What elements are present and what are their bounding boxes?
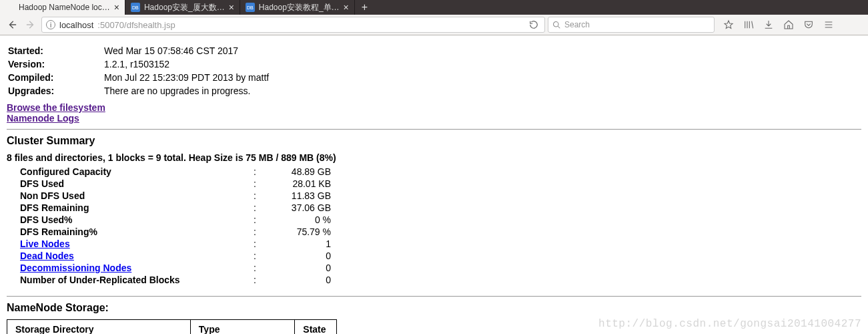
- arrow-left-icon: [7, 20, 17, 29]
- storage-header-dir: Storage Directory: [7, 320, 191, 335]
- compiled-value: Mon Jul 22 15:23:09 PDT 2013 by mattf: [104, 71, 269, 84]
- storage-header-state: State: [295, 320, 337, 335]
- cluster-stats-table: Configured Capacity:48.89 GBDFS Used:28.…: [19, 165, 332, 287]
- divider: [7, 296, 861, 297]
- svg-point-0: [554, 22, 559, 27]
- upgrades-label: Upgrades:: [8, 85, 103, 97]
- stat-value: 28.01 KB: [263, 178, 331, 189]
- pocket-icon[interactable]: [803, 19, 815, 31]
- address-bar[interactable]: i localhost:50070/dfshealth.jsp: [41, 17, 545, 33]
- stat-link[interactable]: Dead Nodes: [20, 251, 74, 261]
- stat-value: 1: [263, 238, 331, 249]
- stat-colon: :: [248, 226, 262, 237]
- stat-label: Non DFS Used: [20, 190, 247, 201]
- browse-filesystem-link[interactable]: Browse the filesystem: [7, 102, 105, 113]
- version-label: Version:: [8, 58, 103, 70]
- tab-favicon-icon: DB: [131, 3, 140, 12]
- browser-tab-bar: Hadoop NameNode loc… × DB Hadoop安装_厦大数… …: [0, 0, 868, 15]
- url-path: :50070/dfshealth.jsp: [97, 20, 175, 30]
- stat-colon: :: [248, 238, 262, 249]
- star-icon: [723, 19, 734, 30]
- namenode-logs-link[interactable]: Namenode Logs: [7, 113, 79, 124]
- tab-1[interactable]: Hadoop NameNode loc… ×: [0, 0, 125, 15]
- arrow-right-icon: [26, 20, 35, 29]
- search-icon: [552, 21, 560, 29]
- browser-toolbar: i localhost:50070/dfshealth.jsp Search: [0, 15, 868, 35]
- upgrades-value: There are no upgrades in progress.: [104, 85, 269, 97]
- stat-link[interactable]: Live Nodes: [20, 238, 70, 249]
- stat-colon: :: [248, 251, 262, 261]
- stat-value: 48.89 GB: [263, 166, 331, 177]
- toolbar-right-icons: [717, 19, 840, 31]
- started-label: Started:: [8, 45, 103, 57]
- pocket-shape-icon: [803, 19, 814, 30]
- bookmark-star-icon[interactable]: [723, 19, 735, 31]
- tab-favicon-icon: [5, 3, 15, 12]
- stat-label: DFS Used%: [20, 214, 247, 225]
- download-icon: [763, 19, 774, 30]
- close-icon[interactable]: ×: [344, 2, 349, 13]
- tab-2[interactable]: DB Hadoop安装_厦大数… ×: [125, 0, 240, 15]
- stat-value: 11.83 GB: [263, 190, 331, 201]
- namenode-info-table: Started:Wed Mar 15 07:58:46 CST 2017 Ver…: [7, 43, 270, 98]
- reload-icon: [529, 20, 538, 29]
- watermark: http://blog.csdn.net/gongsai20141004277: [598, 318, 861, 330]
- stat-colon: :: [248, 202, 262, 213]
- stat-label[interactable]: Decommissioning Nodes: [20, 263, 247, 273]
- stat-label: DFS Remaining: [20, 202, 247, 213]
- menu-icon[interactable]: [823, 19, 835, 31]
- divider: [7, 129, 861, 130]
- tab-favicon-icon: DB: [246, 3, 255, 12]
- new-tab-button[interactable]: +: [355, 1, 374, 13]
- stat-label: Number of Under-Replicated Blocks: [20, 275, 247, 285]
- page-content: Started:Wed Mar 15 07:58:46 CST 2017 Ver…: [0, 35, 868, 334]
- stat-value: 0: [263, 263, 331, 273]
- reload-button[interactable]: [527, 18, 540, 31]
- stat-label: Configured Capacity: [20, 166, 247, 177]
- forward-button[interactable]: [23, 17, 39, 33]
- stat-label: DFS Remaining%: [20, 226, 247, 237]
- stat-value: 75.79 %: [263, 226, 331, 237]
- downloads-icon[interactable]: [763, 19, 775, 31]
- stat-colon: :: [248, 214, 262, 225]
- started-value: Wed Mar 15 07:58:46 CST 2017: [104, 45, 269, 57]
- stat-label[interactable]: Dead Nodes: [20, 251, 247, 261]
- tab-label: Hadoop安装教程_单…: [259, 2, 340, 13]
- storage-table: Storage Directory Type State /usr/local/…: [7, 319, 337, 334]
- storage-header-type: Type: [190, 320, 294, 335]
- books-icon: [743, 19, 754, 30]
- stat-link[interactable]: Decommissioning Nodes: [20, 263, 131, 273]
- stat-colon: :: [248, 178, 262, 189]
- stat-label: DFS Used: [20, 178, 247, 189]
- stat-value: 0: [263, 275, 331, 285]
- namenode-storage-heading: NameNode Storage:: [7, 302, 861, 314]
- tab-label: Hadoop安装_厦大数…: [144, 2, 225, 13]
- hamburger-icon: [823, 19, 834, 30]
- close-icon[interactable]: ×: [114, 2, 119, 13]
- back-button[interactable]: [4, 17, 20, 33]
- library-icon[interactable]: [743, 19, 755, 31]
- close-icon[interactable]: ×: [229, 2, 234, 13]
- summary-line: 8 files and directories, 1 blocks = 9 to…: [7, 152, 861, 163]
- search-placeholder: Search: [564, 20, 590, 29]
- stat-value: 37.06 GB: [263, 202, 331, 213]
- version-value: 1.2.1, r1503152: [104, 58, 269, 70]
- search-input[interactable]: Search: [548, 17, 715, 33]
- tab-label: Hadoop NameNode loc…: [19, 3, 110, 12]
- stat-value: 0 %: [263, 214, 331, 225]
- stat-colon: :: [248, 190, 262, 201]
- cluster-summary-heading: Cluster Summary: [7, 135, 861, 147]
- home-icon[interactable]: [783, 19, 795, 31]
- house-icon: [783, 19, 794, 30]
- stat-colon: :: [248, 275, 262, 285]
- url-host: localhost: [59, 20, 93, 30]
- stat-colon: :: [248, 263, 262, 273]
- tab-3[interactable]: DB Hadoop安装教程_单… ×: [240, 0, 355, 15]
- info-icon[interactable]: i: [46, 20, 55, 29]
- stat-label[interactable]: Live Nodes: [20, 238, 247, 249]
- stat-colon: :: [248, 166, 262, 177]
- stat-value: 0: [263, 251, 331, 261]
- compiled-label: Compiled:: [8, 71, 103, 84]
